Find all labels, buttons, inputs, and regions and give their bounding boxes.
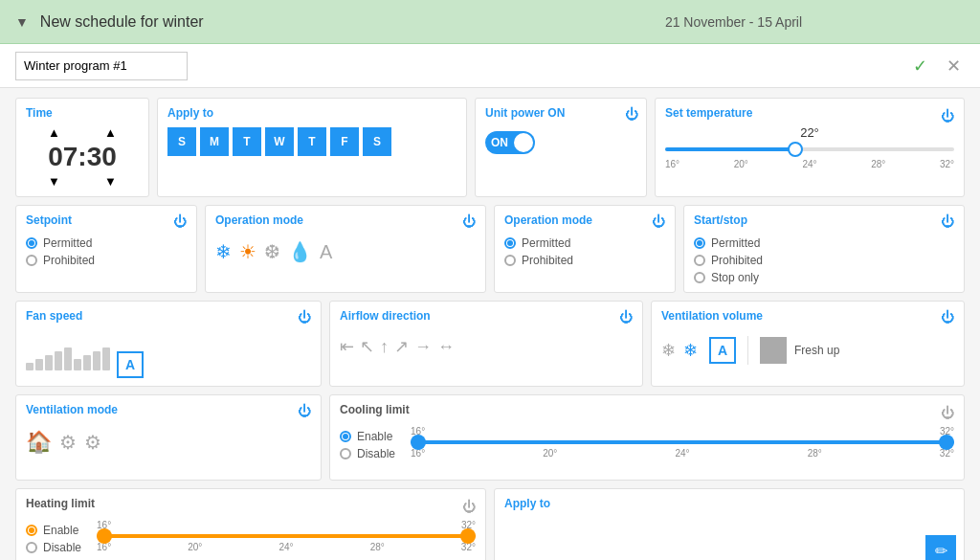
day-btn-w[interactable]: W [265, 127, 294, 156]
power-toggle[interactable]: ON [485, 131, 535, 154]
fan-bar-3[interactable] [45, 355, 53, 370]
row-1: Time ▲ ▲ 07:30 ▼ ▼ Apply to S M T W T F … [15, 98, 965, 197]
slider-thumb[interactable] [788, 142, 803, 157]
op-mode2-prohibited[interactable]: Prohibited [504, 254, 665, 267]
day-btn-m[interactable]: M [200, 127, 229, 156]
heating-enable-disable: Enable Disable [26, 524, 81, 554]
slider-track [665, 147, 954, 151]
airflow-icon-6[interactable]: ↔ [437, 337, 455, 357]
cooling-enable[interactable]: Enable [340, 430, 395, 443]
start-stop-permitted[interactable]: Permitted [694, 236, 954, 250]
day-btn-s2[interactable]: S [363, 127, 391, 156]
start-stop-permitted-dot [694, 237, 705, 249]
c-label-28: 28° [808, 448, 822, 459]
hour-down-arrow[interactable]: ▼ [48, 174, 60, 189]
start-stop-prohibited[interactable]: Prohibited [694, 254, 954, 267]
airflow-icon-1[interactable]: ⇤ [340, 336, 354, 357]
op-mode2-power-icon[interactable]: ⏻ [652, 213, 665, 233]
edit-button[interactable]: ✏ [925, 535, 956, 560]
cooling-thumb-left[interactable] [411, 435, 426, 450]
op-mode2-title: Operation mode [504, 213, 592, 227]
vent-mode-icon-1[interactable]: 🏠 [26, 430, 52, 455]
hour-up-arrow[interactable]: ▲ [48, 125, 60, 140]
vent-auto-box[interactable]: A [709, 337, 736, 364]
airflow-power-icon[interactable]: ⏻ [619, 309, 633, 328]
setpoint-permitted[interactable]: Permitted [26, 236, 187, 250]
fan-bar-2[interactable] [35, 359, 43, 370]
day-btn-t1[interactable]: T [233, 127, 261, 156]
vent-vol-title: Ventilation volume [661, 309, 763, 323]
start-stop-only[interactable]: Stop only [694, 271, 954, 284]
time-title: Time [26, 106, 139, 120]
dry-mode-icon[interactable]: 💧 [288, 240, 312, 263]
cancel-button[interactable]: ✕ [943, 52, 965, 80]
setpoint-prohibited-dot [26, 255, 37, 266]
chevron-icon[interactable]: ▼ [15, 14, 29, 30]
vent-mode-icon-2[interactable]: ⚙ [59, 431, 77, 454]
airflow-icon-4[interactable]: ↗ [394, 336, 409, 357]
day-btn-f[interactable]: F [330, 127, 359, 156]
row-2: Setpoint ⏻ Permitted Prohibited Operatio… [15, 205, 965, 293]
airflow-icon-5[interactable]: → [414, 337, 432, 357]
vent-mode-power-icon[interactable]: ⏻ [298, 403, 311, 422]
slider-fill [665, 147, 795, 151]
unit-power-icon[interactable]: ⏻ [625, 106, 638, 122]
set-temp-power-icon[interactable]: ⏻ [941, 108, 954, 123]
cooling-thumb-right[interactable] [939, 435, 954, 450]
fan-speed-power-icon[interactable]: ⏻ [298, 309, 311, 328]
op-mode2-permitted[interactable]: Permitted [504, 236, 665, 250]
setpoint-power-icon[interactable]: ⏻ [173, 213, 187, 233]
cooling-slider-track[interactable] [411, 440, 954, 444]
vent-grey-box[interactable] [760, 337, 787, 364]
fan-auto-box[interactable]: A [117, 351, 144, 378]
vent-vol-power-icon[interactable]: ⏻ [941, 309, 954, 328]
cooling-disable[interactable]: Disable [340, 447, 395, 460]
fan-bar-7[interactable] [83, 355, 91, 370]
ventilation-mode-card: Ventilation mode ⏻ 🏠 ⚙ ⚙ [15, 394, 322, 481]
heating-slider-track[interactable] [97, 534, 476, 538]
auto-mode-icon[interactable]: A [320, 241, 332, 263]
cooling-power-icon[interactable]: ⏻ [941, 405, 954, 420]
subheader-actions: ✓ ✕ [909, 52, 965, 80]
fan-speed-title: Fan speed [26, 309, 82, 323]
fan-bar-4[interactable] [55, 351, 62, 370]
heating-slider-labels: 16° 20° 24° 28° 32° [97, 542, 476, 552]
minute-down-arrow[interactable]: ▼ [104, 174, 117, 189]
airflow-icon-2[interactable]: ↖ [360, 336, 374, 357]
program-name-input[interactable] [15, 52, 188, 80]
vent-fan-icon[interactable]: ❄ [661, 340, 676, 361]
setpoint-prohibited[interactable]: Prohibited [26, 254, 187, 267]
temp-labels: 16° 20° 24° 28° 32° [665, 159, 954, 169]
fan-bar-6[interactable] [74, 359, 81, 370]
day-btn-s1[interactable]: S [167, 127, 196, 156]
confirm-button[interactable]: ✓ [909, 52, 931, 80]
fan-bar-1[interactable] [26, 363, 33, 370]
airflow-direction-card: Airflow direction ⏻ ⇤ ↖ ↑ ↗ → ↔ [329, 301, 643, 387]
heating-thumb-left[interactable] [97, 528, 112, 544]
heating-power-icon[interactable]: ⏻ [462, 499, 476, 514]
start-stop-permitted-label: Permitted [711, 236, 760, 250]
op-mode-power-icon[interactable]: ⏻ [462, 213, 476, 233]
heat-mode-icon[interactable]: ☀ [239, 240, 256, 263]
fan-bar-8[interactable] [93, 351, 100, 370]
h-label-20: 20° [188, 542, 202, 552]
cooling-disable-label: Disable [357, 447, 395, 460]
op-mode2-radio-group: Permitted Prohibited [504, 236, 665, 267]
vent-divider [747, 336, 748, 365]
start-stop-power-icon[interactable]: ⏻ [941, 213, 954, 233]
fan-mode-icon[interactable]: ❄ [215, 240, 232, 263]
heating-disable[interactable]: Disable [26, 541, 81, 554]
heating-enable[interactable]: Enable [26, 524, 81, 537]
minute-up-arrow[interactable]: ▲ [104, 125, 117, 140]
fan-bar-5[interactable] [64, 347, 72, 370]
cool-mode-icon[interactable]: ❆ [264, 240, 280, 263]
vent-fan-icon2[interactable]: ❄ [683, 340, 698, 361]
schedule-title: New schedule for winter [40, 13, 502, 31]
set-temp-slider[interactable] [665, 144, 954, 155]
fan-bar-9[interactable] [102, 347, 110, 370]
heating-thumb-right[interactable] [460, 528, 476, 544]
vent-mode-icon-3[interactable]: ⚙ [84, 431, 101, 454]
day-btn-t2[interactable]: T [298, 127, 326, 156]
airflow-icon-3[interactable]: ↑ [380, 337, 389, 357]
start-stop-title: Start/stop [694, 213, 747, 227]
